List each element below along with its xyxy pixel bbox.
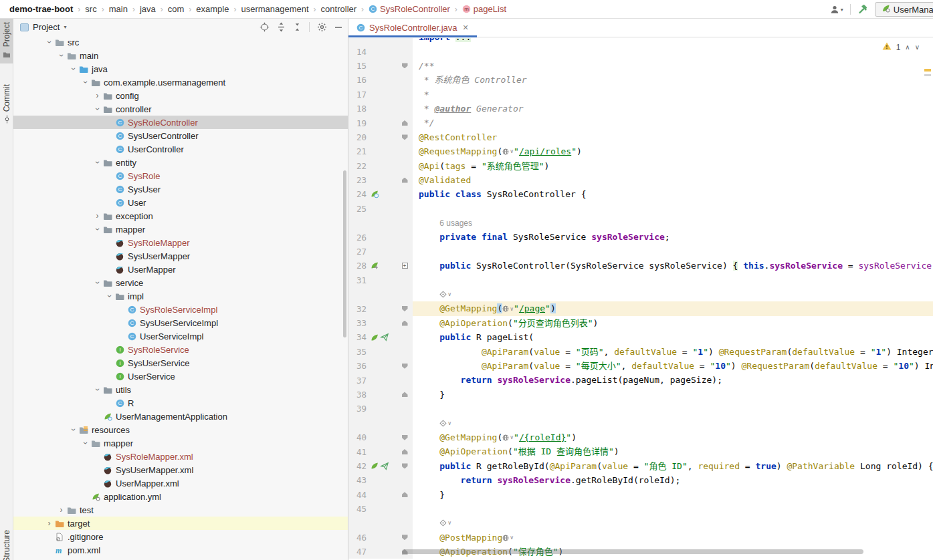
code-line-27[interactable]: 27 (348, 245, 933, 259)
url-hint-globe-icon[interactable]: ∨ (502, 531, 514, 545)
tree-item-sysrolecontroller[interactable]: CSysRoleController (13, 116, 348, 129)
code-line-blank[interactable]: import ... (348, 38, 933, 44)
code-line-23[interactable]: 23@Validated (348, 173, 933, 187)
code-text[interactable]: @PostMapping∨ (413, 531, 933, 545)
tree-item-com-example-usermanagement[interactable]: ›com.example.usermanagement (13, 76, 348, 89)
fold-down-icon[interactable] (399, 364, 410, 369)
endpoint-send-icon[interactable] (380, 333, 389, 341)
chevron-down-icon[interactable]: › (81, 438, 90, 448)
tree-item-usermapper-xml[interactable]: UserMapper.xml (13, 476, 348, 490)
tree-item-userserviceimpl[interactable]: CUserServiceImpl (13, 329, 348, 343)
code-line-14[interactable]: 14 (348, 44, 933, 58)
breadcrumb-com[interactable]: com (168, 4, 185, 14)
breadcrumb-example[interactable]: example (196, 4, 229, 14)
code-line-api[interactable]: ∨ (348, 516, 933, 530)
fold-up-icon[interactable] (399, 392, 410, 397)
tree-item-userservice[interactable]: IUserService (13, 370, 348, 383)
code-text[interactable] (413, 402, 933, 416)
run-configuration-select[interactable]: UserManag (875, 2, 933, 17)
hide-panel-icon[interactable] (334, 23, 342, 31)
collapse-all-icon[interactable] (293, 22, 302, 32)
locate-icon[interactable] (260, 22, 270, 32)
code-line-40[interactable]: 40@GetMapping(∨"/{roleId}") (348, 430, 933, 444)
expand-all-icon[interactable] (277, 22, 286, 32)
code-text[interactable]: return sysRoleService.getRoleById(roleId… (413, 473, 933, 487)
chevron-right-icon[interactable]: › (92, 91, 102, 100)
chevron-down-icon[interactable]: › (93, 158, 102, 168)
url-hint-globe-icon[interactable]: ∨ (502, 302, 514, 316)
tool-stripe-commit[interactable]: Commit (0, 81, 13, 128)
code-text[interactable]: @RestController (413, 130, 933, 144)
code-line-19[interactable]: 19 */ (348, 116, 933, 130)
endpoint-inlay-icon[interactable]: ∨ (439, 416, 451, 430)
code-text[interactable]: 6 usages (413, 216, 933, 230)
code-line-41[interactable]: 41@ApiOperation("根据 ID 查询角色详情") (348, 444, 933, 458)
chevron-down-icon[interactable]: › (93, 104, 102, 114)
chevron-down-icon[interactable]: › (69, 64, 78, 74)
code-text[interactable]: public SysRoleController(SysRoleService … (413, 259, 933, 273)
tree-item-sysuser[interactable]: CSysUser (13, 182, 348, 196)
tree-item-sysrole[interactable]: CSysRole (13, 169, 348, 182)
code-text[interactable]: * @author Generator (413, 102, 933, 116)
code-line-35[interactable]: 35@ApiParam(value = "页码", defaultValue =… (348, 345, 933, 359)
tree-item-sysroleserviceimpl[interactable]: CSysRoleServiceImpl (13, 303, 348, 316)
code-text[interactable] (413, 202, 933, 216)
tree-item-src[interactable]: ›src (13, 35, 348, 49)
code-line-28[interactable]: 28+public SysRoleController(SysRoleServi… (348, 259, 933, 273)
breadcrumb-controller[interactable]: controller (321, 4, 356, 14)
code-line-38[interactable]: 38} (348, 388, 933, 402)
code-line-32[interactable]: 32@GetMapping(∨"/page") (348, 301, 933, 315)
fold-down-icon[interactable] (399, 463, 410, 468)
code-text[interactable] (413, 44, 933, 58)
code-text[interactable]: @GetMapping(∨"/{roleId}") (413, 430, 933, 444)
code-line-24[interactable]: 24public class SysRoleController { (348, 187, 933, 201)
prev-warning-icon[interactable]: ∧ (905, 43, 910, 51)
tree-item-sysusercontroller[interactable]: CSysUserController (13, 129, 348, 142)
tree-item-config[interactable]: ›config (13, 89, 348, 102)
code-line-26[interactable]: 26private final SysRoleService sysRoleSe… (348, 230, 933, 244)
horizontal-scrollbar[interactable] (402, 549, 863, 554)
code-line-46[interactable]: 46@PostMapping∨ (348, 531, 933, 545)
code-line-22[interactable]: 22@Api(tags = "系统角色管理") (348, 159, 933, 173)
code-text[interactable]: @RequestMapping(∨"/api/roles") (413, 144, 933, 158)
code-text[interactable]: @Validated (413, 173, 933, 187)
breadcrumb-main[interactable]: main (109, 4, 128, 14)
chevron-right-icon[interactable]: › (44, 519, 54, 528)
endpoint-inlay-icon[interactable]: ∨ (439, 516, 451, 530)
spring-bean-icon[interactable] (371, 333, 379, 341)
code-line-42[interactable]: 42public R getRoleById(@ApiParam(value =… (348, 459, 933, 473)
tab-sysrolecontroller-java[interactable]: C SysRoleController.java ✕ (348, 19, 477, 37)
tree-item-sysrolemapper[interactable]: SysRoleMapper (13, 236, 348, 249)
fold-down-icon[interactable] (399, 435, 410, 440)
tree-item-gitignore[interactable]: .gitignore (13, 530, 348, 543)
error-stripe-mark[interactable] (924, 74, 931, 76)
user-account-icon[interactable]: ▾ (830, 5, 843, 14)
code-text[interactable]: @ApiOperation("分页查询角色列表") (413, 316, 933, 330)
build-hammer-icon[interactable] (857, 4, 868, 15)
tree-item-utils[interactable]: ›utils (13, 383, 348, 396)
chevron-down-icon[interactable]: › (93, 385, 102, 395)
tree-item-target[interactable]: ›target (13, 517, 348, 530)
code-text[interactable]: @ApiOperation("根据 ID 查询角色详情") (413, 444, 933, 458)
tree-scrollbar[interactable] (343, 170, 346, 337)
tree-item-usercontroller[interactable]: CUserController (13, 142, 348, 156)
tree-item-sysrolemapper-xml[interactable]: SysRoleMapper.xml (13, 450, 348, 463)
tree-item-sysuserserviceimpl[interactable]: CSysUserServiceImpl (13, 316, 348, 329)
tree-item-resources[interactable]: ›resources (13, 423, 348, 436)
chevron-down-icon[interactable]: › (69, 425, 78, 435)
code-text[interactable]: public R getRoleById(@ApiParam(value = "… (413, 459, 933, 473)
tree-item-impl[interactable]: ›impl (13, 289, 348, 303)
inspections-widget[interactable]: 1 ∧ ∨ (879, 41, 922, 53)
editor-content[interactable]: import ...1415/**16 * 系统角色 Controller17 … (348, 38, 933, 560)
fold-down-icon[interactable] (399, 63, 410, 68)
chevron-right-icon[interactable]: › (92, 211, 102, 221)
tree-item-mapper[interactable]: ›mapper (13, 436, 348, 450)
code-text[interactable]: * (413, 88, 933, 102)
code-line-15[interactable]: 15/** (348, 59, 933, 73)
code-text[interactable]: @ApiParam(value = "页码", defaultValue = "… (413, 345, 933, 359)
tree-item-user[interactable]: CUser (13, 196, 348, 209)
code-text[interactable]: /** (413, 59, 933, 73)
code-text[interactable]: * 系统角色 Controller (413, 73, 933, 87)
tree-item-sysuserservice[interactable]: ISysUserService (13, 356, 348, 370)
code-line-34[interactable]: 34public R pageList( (348, 330, 933, 344)
